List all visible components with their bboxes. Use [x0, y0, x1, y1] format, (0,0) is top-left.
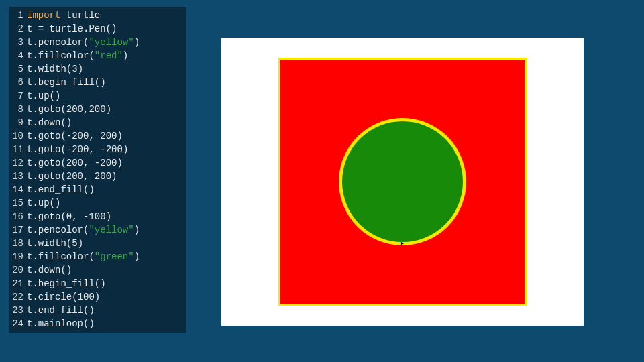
code-line[interactable]: 4t.fillcolor("red") — [9, 49, 186, 62]
code-line[interactable]: 11t.goto(-200, -200) — [9, 143, 186, 156]
code-line[interactable]: 13t.goto(200, 200) — [9, 170, 186, 183]
code-content[interactable]: import turtle — [27, 9, 100, 22]
code-content[interactable]: t.goto(-200, 200) — [27, 129, 123, 143]
code-line[interactable]: 19t.fillcolor("green") — [9, 250, 186, 263]
code-line[interactable]: 21t.begin_fill() — [9, 277, 186, 290]
line-number: 23 — [9, 304, 27, 317]
line-number: 13 — [9, 170, 27, 183]
code-content[interactable]: t.up() — [27, 89, 60, 103]
line-number: 10 — [9, 129, 27, 143]
code-content[interactable]: t.goto(200,200) — [27, 103, 111, 116]
line-number: 21 — [9, 277, 27, 290]
code-line[interactable]: 9t.down() — [9, 116, 186, 129]
code-content[interactable]: t.begin_fill() — [27, 277, 106, 290]
line-number: 18 — [9, 237, 27, 250]
code-line[interactable]: 5t.width(3) — [9, 62, 186, 76]
line-number: 24 — [9, 317, 27, 330]
line-number: 9 — [9, 116, 27, 129]
code-line[interactable]: 18t.width(5) — [9, 237, 186, 250]
code-editor[interactable]: 1import turtle2t = turtle.Pen()3t.pencol… — [9, 7, 186, 333]
code-content[interactable]: t.fillcolor("red") — [27, 49, 128, 62]
code-content[interactable]: t.end_fill() — [27, 304, 95, 317]
code-content[interactable]: t.goto(200, -200) — [27, 156, 123, 170]
code-content[interactable]: t.end_fill() — [27, 183, 95, 196]
turtle-cursor-icon: ▸ — [400, 240, 405, 247]
code-line[interactable]: 24t.mainloop() — [9, 317, 186, 330]
code-content[interactable]: t.goto(200, 200) — [27, 170, 117, 183]
line-number: 3 — [9, 36, 27, 49]
line-number: 7 — [9, 89, 27, 103]
code-content[interactable]: t.pencolor("yellow") — [27, 223, 140, 237]
code-content[interactable]: t.mainloop() — [27, 317, 95, 330]
line-number: 8 — [9, 103, 27, 116]
code-line[interactable]: 3t.pencolor("yellow") — [9, 36, 186, 49]
code-line[interactable]: 6t.begin_fill() — [9, 76, 186, 89]
code-line[interactable]: 16t.goto(0, -100) — [9, 210, 186, 223]
line-number: 2 — [9, 22, 27, 36]
line-number: 15 — [9, 196, 27, 210]
line-number: 5 — [9, 62, 27, 76]
code-line[interactable]: 20t.down() — [9, 263, 186, 277]
turtle-output-window: ▸ — [221, 38, 584, 326]
code-content[interactable]: t.fillcolor("green") — [27, 250, 140, 263]
line-number: 19 — [9, 250, 27, 263]
code-content[interactable]: t.width(5) — [27, 237, 83, 250]
code-content[interactable]: t.goto(0, -100) — [27, 210, 111, 223]
code-content[interactable]: t.circle(100) — [27, 290, 100, 304]
code-content[interactable]: t = turtle.Pen() — [27, 22, 117, 36]
code-line[interactable]: 15t.up() — [9, 196, 186, 210]
code-line[interactable]: 17t.pencolor("yellow") — [9, 223, 186, 237]
code-content[interactable]: t.width(3) — [27, 62, 83, 76]
code-content[interactable]: t.begin_fill() — [27, 76, 106, 89]
line-number: 14 — [9, 183, 27, 196]
code-line[interactable]: 1import turtle — [9, 9, 186, 22]
code-content[interactable]: t.down() — [27, 116, 72, 129]
line-number: 12 — [9, 156, 27, 170]
line-number: 16 — [9, 210, 27, 223]
line-number: 6 — [9, 76, 27, 89]
line-number: 17 — [9, 223, 27, 237]
code-line[interactable]: 22t.circle(100) — [9, 290, 186, 304]
code-line[interactable]: 12t.goto(200, -200) — [9, 156, 186, 170]
code-content[interactable]: t.down() — [27, 263, 72, 277]
line-number: 11 — [9, 143, 27, 156]
code-content[interactable]: t.goto(-200, -200) — [27, 143, 128, 156]
code-line[interactable]: 10t.goto(-200, 200) — [9, 129, 186, 143]
code-line[interactable]: 14t.end_fill() — [9, 183, 186, 196]
line-number: 4 — [9, 49, 27, 62]
code-line[interactable]: 8t.goto(200,200) — [9, 103, 186, 116]
code-line[interactable]: 7t.up() — [9, 89, 186, 103]
green-circle-shape — [339, 118, 466, 245]
line-number: 22 — [9, 290, 27, 304]
code-content[interactable]: t.up() — [27, 196, 60, 210]
code-line[interactable]: 23t.end_fill() — [9, 304, 186, 317]
code-line[interactable]: 2t = turtle.Pen() — [9, 22, 186, 36]
red-square-shape: ▸ — [278, 58, 527, 306]
code-content[interactable]: t.pencolor("yellow") — [27, 36, 140, 49]
line-number: 20 — [9, 263, 27, 277]
line-number: 1 — [9, 9, 27, 22]
